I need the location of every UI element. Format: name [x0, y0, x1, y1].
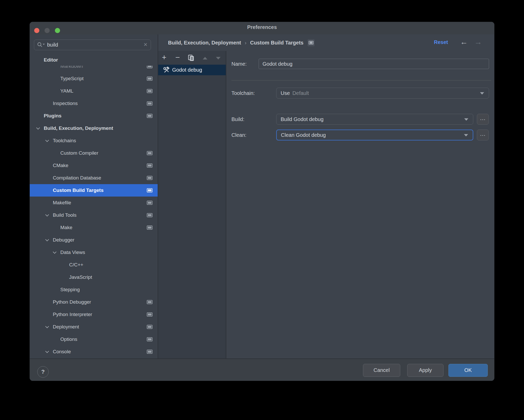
close-window-button[interactable]	[34, 28, 39, 33]
zoom-window-button[interactable]	[55, 28, 60, 33]
search-input[interactable]	[47, 40, 133, 49]
toolchain-label: Toolchain:	[231, 89, 255, 97]
screen-icon	[147, 188, 152, 192]
sidebar-item-yaml[interactable]: YAML	[30, 85, 158, 97]
build-command-dropdown[interactable]: Build Godot debug	[276, 114, 473, 125]
sidebar-item-custom-build-targets[interactable]: Custom Build Targets	[30, 184, 158, 197]
clear-search-icon[interactable]: ✕	[143, 40, 148, 50]
chevron-down-icon[interactable]	[45, 238, 49, 241]
apply-button[interactable]: Apply	[407, 364, 443, 377]
chevron-down-icon[interactable]	[45, 138, 49, 142]
settings-search-field[interactable]: ✕	[34, 40, 151, 50]
sidebar-item-stepping[interactable]: Stepping	[30, 283, 158, 296]
screen-icon	[147, 350, 152, 354]
chevron-down-icon[interactable]	[45, 213, 49, 216]
screen-icon	[147, 201, 152, 205]
screen-icon	[147, 325, 152, 329]
screen-icon	[308, 39, 315, 46]
sidebar-item-compilation-database[interactable]: Compilation Database	[30, 172, 158, 184]
window-title: Preferences	[30, 22, 494, 32]
sidebar-item-makefile[interactable]: Makefile	[30, 197, 158, 209]
sidebar-item-c-c[interactable]: C/C++	[30, 259, 158, 271]
move-down-icon[interactable]	[216, 57, 221, 59]
clean-value: Clean Godot debug	[281, 132, 326, 138]
settings-sidebar: EditorMarkdownTypeScriptYAMLInspectionsP…	[30, 34, 158, 358]
sidebar-item-javascript[interactable]: JavaScript	[30, 271, 158, 283]
target-item-label: Godot debug	[172, 65, 202, 75]
sidebar-item-label: Makefile	[53, 200, 71, 206]
breadcrumb: Build, Execution, Deployment › Custom Bu…	[168, 34, 315, 51]
sidebar-item-data-views[interactable]: Data Views	[30, 246, 158, 259]
screen-icon	[147, 114, 152, 118]
sidebar-item-typescript[interactable]: TypeScript	[30, 72, 158, 85]
screen-icon	[147, 213, 152, 217]
sidebar-item-python-debugger[interactable]: Python Debugger	[30, 296, 158, 308]
search-icon	[37, 42, 46, 48]
sidebar-item-label: Build Tools	[53, 212, 77, 218]
remove-target-button[interactable]: −	[174, 51, 181, 65]
sidebar-item-label: TypeScript	[60, 76, 84, 81]
clean-command-dropdown[interactable]: Clean Godot debug	[276, 130, 473, 140]
sidebar-item-editor[interactable]: Editor	[30, 54, 158, 66]
sidebar-item-make[interactable]: Make	[30, 221, 158, 234]
chevron-down-icon[interactable]	[45, 349, 49, 353]
sidebar-item-label: Options	[60, 336, 77, 342]
screen-icon	[147, 101, 152, 106]
build-tools-icon	[163, 67, 170, 73]
toolchain-dropdown[interactable]: Use Default	[276, 88, 489, 99]
screen-icon	[147, 89, 152, 93]
sidebar-item-label: Inspections	[53, 101, 78, 106]
sidebar-item-inspections[interactable]: Inspections	[30, 97, 158, 110]
help-button[interactable]: ?	[37, 366, 49, 378]
cancel-button[interactable]: Cancel	[363, 364, 400, 377]
sidebar-item-label: YAML	[60, 88, 73, 94]
target-list-item-godot-debug[interactable]: Godot debug	[158, 65, 226, 75]
screen-icon	[147, 226, 152, 230]
minimize-window-button[interactable]	[45, 28, 50, 33]
sidebar-item-options[interactable]: Options	[30, 333, 158, 346]
chevron-down-icon[interactable]	[45, 325, 49, 328]
build-targets-list-panel: + −	[158, 51, 226, 358]
chevron-down-icon[interactable]	[53, 250, 56, 254]
build-more-button[interactable]: ...	[477, 114, 489, 125]
build-value: Build Godot debug	[281, 116, 324, 122]
sidebar-item-label: Compilation Database	[53, 175, 101, 181]
chevron-down-icon	[464, 134, 468, 136]
ok-button[interactable]: OK	[448, 364, 488, 377]
sidebar-item-plugins[interactable]: Plugins	[30, 110, 158, 122]
sidebar-item-label: Python Interpreter	[53, 312, 92, 317]
breadcrumb-parent[interactable]: Build, Execution, Deployment	[168, 40, 241, 46]
sidebar-item-deployment[interactable]: Deployment	[30, 321, 158, 333]
settings-tree: EditorMarkdownTypeScriptYAMLInspectionsP…	[30, 34, 158, 358]
screen-icon	[147, 176, 152, 180]
preferences-window: Preferences EditorMarkdownTypeScriptYAML…	[30, 22, 494, 381]
clean-label: Clean:	[231, 131, 246, 139]
forward-arrow-icon[interactable]: →	[474, 34, 482, 51]
sidebar-item-label: Data Views	[60, 250, 85, 255]
add-target-button[interactable]: +	[161, 51, 168, 65]
dialog-footer: ? Cancel Apply OK	[30, 358, 494, 381]
toolchain-value: Default	[293, 90, 309, 96]
titlebar[interactable]: Preferences	[30, 22, 494, 34]
duplicate-target-icon[interactable]	[188, 55, 195, 62]
sidebar-item-label: Deployment	[53, 324, 79, 330]
reset-link[interactable]: Reset	[434, 34, 448, 51]
breadcrumb-separator-icon: ›	[245, 40, 246, 46]
sidebar-item-label: Make	[60, 225, 72, 230]
sidebar-item-toolchains[interactable]: Toolchains	[30, 134, 158, 147]
sidebar-item-console[interactable]: Console	[30, 346, 158, 358]
sidebar-item-label: Console	[53, 349, 71, 355]
sidebar-item-build-tools[interactable]: Build Tools	[30, 209, 158, 221]
target-name-field[interactable]	[259, 59, 489, 69]
clean-more-button[interactable]: ...	[477, 130, 489, 140]
chevron-down-icon[interactable]	[36, 126, 40, 130]
move-up-icon[interactable]	[203, 57, 207, 59]
sidebar-item-cmake[interactable]: CMake	[30, 159, 158, 172]
sidebar-item-build-execution-deployment[interactable]: Build, Execution, Deployment	[30, 122, 158, 134]
sidebar-item-custom-compiler[interactable]: Custom Compiler	[30, 147, 158, 159]
screen-icon	[147, 312, 152, 317]
sidebar-item-debugger[interactable]: Debugger	[30, 234, 158, 246]
build-label: Build:	[231, 116, 244, 123]
back-arrow-icon[interactable]: ←	[460, 34, 468, 51]
sidebar-item-python-interpreter[interactable]: Python Interpreter	[30, 308, 158, 321]
